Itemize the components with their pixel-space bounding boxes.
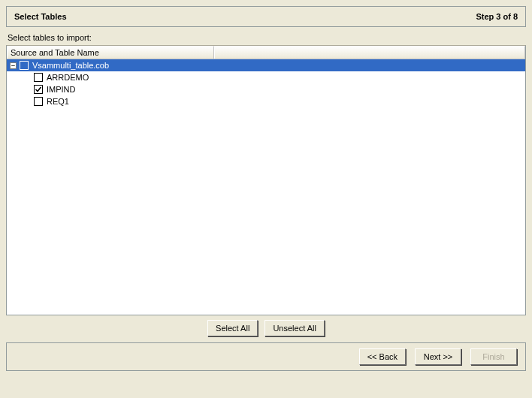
step-indicator: Step 3 of 8 — [476, 12, 518, 21]
tree-node-child[interactable]: IMPIND — [7, 83, 525, 95]
page-title: Select Tables — [14, 12, 67, 21]
check-icon — [35, 86, 42, 93]
column-header-empty[interactable] — [214, 46, 525, 59]
wizard-header: Select Tables Step 3 of 8 — [6, 6, 526, 27]
instruction-text: Select tables to import: — [8, 33, 524, 42]
checkbox-req1[interactable] — [34, 97, 43, 106]
finish-button[interactable]: Finish — [470, 348, 517, 365]
wizard-nav: << Back Next >> Finish — [6, 342, 526, 371]
tables-tree-panel: Source and Table Name − Vsammulti_table.… — [6, 45, 526, 315]
tree-node-child[interactable]: ARRDEMO — [7, 71, 525, 83]
child-label: REQ1 — [46, 97, 70, 106]
tree-node-child[interactable]: REQ1 — [7, 95, 525, 107]
checkbox-arrdemo[interactable] — [34, 73, 43, 82]
back-button[interactable]: << Back — [359, 348, 406, 365]
child-label: ARRDEMO — [46, 73, 89, 82]
selection-buttons: Select All Unselect All — [6, 320, 526, 336]
tree-node-root[interactable]: − Vsammulti_table.cob — [7, 59, 525, 71]
child-label: IMPIND — [46, 85, 77, 94]
checkbox-impind[interactable] — [34, 85, 43, 94]
root-checkbox[interactable] — [20, 61, 29, 70]
unselect-all-button[interactable]: Unselect All — [264, 320, 324, 336]
tree-column-headers: Source and Table Name — [7, 46, 525, 59]
tree-body[interactable]: − Vsammulti_table.cob ARRDEMO — [7, 59, 525, 315]
column-header-source[interactable]: Source and Table Name — [7, 46, 214, 59]
next-button[interactable]: Next >> — [415, 348, 461, 365]
root-label: Vsammulti_table.cob — [32, 61, 110, 70]
select-all-button[interactable]: Select All — [207, 320, 258, 336]
collapse-icon[interactable]: − — [10, 62, 17, 69]
